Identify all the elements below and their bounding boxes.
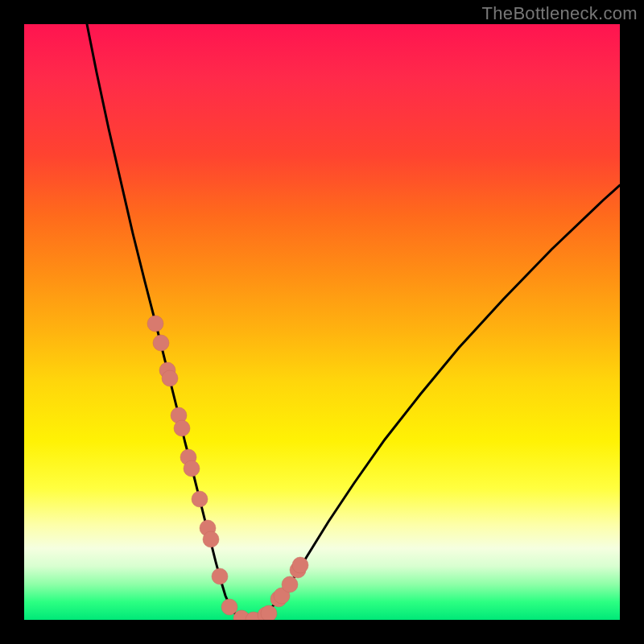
curve-layer <box>24 24 620 620</box>
curve-marker <box>212 568 228 584</box>
curve-marker <box>221 599 237 615</box>
curve-marker <box>292 557 308 573</box>
marker-group <box>147 316 308 620</box>
curve-marker <box>192 491 208 507</box>
curve-marker <box>162 370 178 386</box>
plot-area <box>24 24 620 620</box>
curve-marker <box>184 460 200 477</box>
curve-marker <box>147 316 163 332</box>
outer-frame: TheBottleneck.com <box>0 0 644 644</box>
curve-marker <box>203 531 219 547</box>
curve-marker <box>153 335 169 351</box>
curve-marker <box>174 420 190 436</box>
curve-marker <box>282 576 298 592</box>
watermark-text: TheBottleneck.com <box>482 3 638 24</box>
curve-marker <box>261 605 277 620</box>
bottleneck-curve <box>87 24 620 620</box>
